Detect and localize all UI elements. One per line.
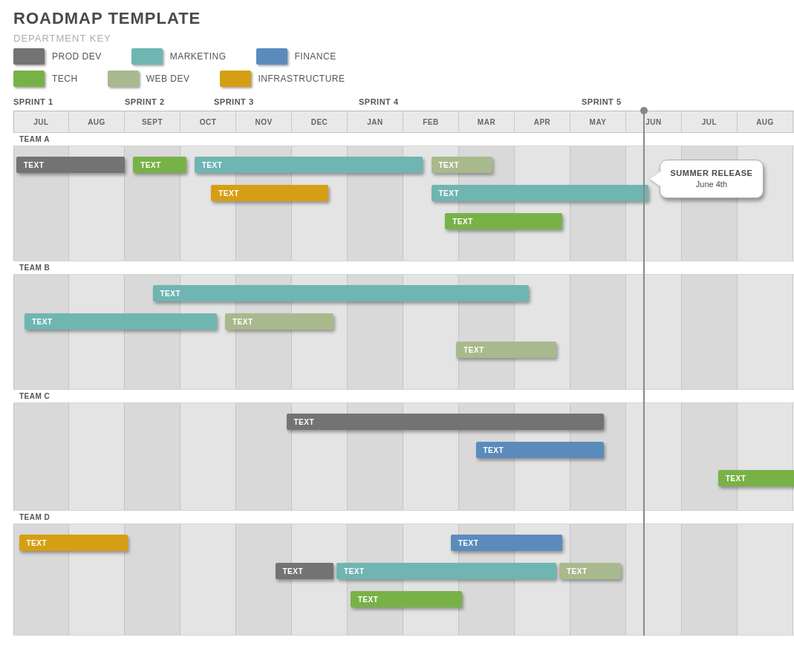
month-cell: AUG — [738, 111, 793, 132]
month-cell: AUG — [69, 111, 125, 132]
legend-swatch — [131, 48, 163, 65]
grid-column — [626, 403, 682, 510]
sprint-label: SPRINT 4 — [359, 97, 399, 106]
grid-column — [292, 524, 348, 635]
month-cell: SEPT — [125, 111, 180, 132]
legend-swatch — [13, 48, 45, 65]
grid-column — [348, 524, 403, 635]
legend-label: MARKETING — [170, 51, 227, 62]
grid-column — [69, 275, 125, 389]
sprint-labels: SPRINT 1SPRINT 2SPRINT 3SPRINT 4SPRINT 5 — [13, 97, 794, 111]
grid-column — [236, 403, 292, 510]
task-bar[interactable]: TEXT — [287, 414, 605, 430]
grid-column — [570, 524, 626, 635]
task-bar[interactable]: TEXT — [432, 157, 493, 173]
month-cell: JAN — [348, 111, 403, 132]
legend-item: TECH — [13, 71, 78, 87]
legend-swatch — [256, 48, 287, 65]
legend-label: FINANCE — [295, 51, 336, 62]
month-cell: NOV — [236, 111, 292, 132]
release-callout: SUMMER RELEASE June 4th — [660, 160, 764, 198]
legend-item: MARKETING — [131, 48, 227, 65]
grid-column — [738, 403, 793, 510]
grid-column — [236, 524, 292, 635]
teams-container: TEAM ATEXTTEXTTEXTTEXTTEXTTEXTTEXTTEAM B… — [13, 133, 794, 636]
team-label: TEAM B — [13, 261, 794, 275]
legend-row: PROD DEVMARKETINGFINANCE — [13, 48, 794, 65]
month-cell: MAR — [459, 111, 515, 132]
task-bar[interactable]: TEXT — [25, 313, 217, 330]
grid-column — [738, 275, 793, 389]
month-cell: DEC — [292, 111, 348, 132]
month-cell: JUL — [682, 111, 738, 132]
month-cell: FEB — [403, 111, 459, 132]
legend-swatch — [108, 71, 139, 87]
month-cell: OCT — [180, 111, 236, 132]
grid-column — [180, 403, 236, 510]
months-header: JULAUGSEPTOCTNOVDECJANFEBMARAPRMAYJUNJUL… — [13, 111, 794, 133]
team-label: TEAM C — [13, 390, 794, 403]
month-cell: JUL — [13, 111, 69, 132]
legend-item: WEB DEV — [108, 71, 190, 87]
page-title: ROADMAP TEMPLATE — [13, 9, 794, 28]
legend-label: PROD DEV — [52, 51, 102, 62]
grid-column — [125, 524, 180, 635]
task-bar[interactable]: TEXT — [718, 470, 794, 486]
sprint-label: SPRINT 1 — [13, 97, 53, 106]
sprint-label: SPRINT 3 — [214, 97, 254, 106]
team-label: TEAM A — [13, 133, 794, 146]
task-bar[interactable]: TEXT — [559, 563, 621, 579]
task-bar[interactable]: TEXT — [451, 535, 562, 551]
task-bar[interactable]: TEXT — [432, 185, 649, 201]
legend-label: WEB DEV — [146, 74, 190, 84]
task-bar[interactable]: TEXT — [133, 157, 186, 173]
legend-item: FINANCE — [256, 48, 336, 65]
task-bar[interactable]: TEXT — [445, 213, 562, 229]
legend-label: TECH — [52, 74, 78, 84]
grid-column — [69, 403, 125, 510]
grid-column — [682, 403, 738, 510]
task-bar[interactable]: TEXT — [276, 563, 334, 579]
sprint-label: SPRINT 2 — [125, 97, 165, 106]
legend-label: INFRASTRUCTURE — [258, 74, 345, 84]
grid-column — [125, 403, 180, 510]
task-bar[interactable]: TEXT — [211, 185, 328, 201]
legend-swatch — [13, 71, 45, 87]
grid-column — [682, 524, 738, 635]
task-bar[interactable]: TEXT — [153, 285, 529, 301]
grid-column — [682, 275, 738, 389]
team-label: TEAM D — [13, 511, 794, 524]
task-bar[interactable]: TEXT — [225, 313, 333, 330]
team-zone: TEXTTEXTTEXTTEXT — [13, 275, 794, 390]
month-cell: MAY — [570, 111, 626, 132]
team-zone: TEXTTEXTTEXTTEXTTEXTTEXT — [13, 524, 794, 636]
legend-swatch — [220, 71, 251, 87]
legend-row: TECHWEB DEVINFRASTRUCTURE — [13, 71, 794, 87]
grid-column — [13, 403, 69, 510]
grid-column — [180, 524, 236, 635]
legend: PROD DEVMARKETINGFINANCE TECHWEB DEVINFR… — [13, 48, 794, 87]
task-bar[interactable]: TEXT — [456, 342, 556, 358]
grid-column — [738, 524, 793, 635]
month-cell: APR — [515, 111, 570, 132]
task-bar[interactable]: TEXT — [476, 442, 605, 458]
callout-subtitle: June 4th — [671, 179, 753, 190]
team-zone: TEXTTEXTTEXT — [13, 403, 794, 511]
task-bar[interactable]: TEXT — [16, 157, 125, 173]
grid-column — [515, 146, 570, 261]
grid-column — [570, 275, 626, 389]
grid-column — [13, 275, 69, 389]
task-bar[interactable]: TEXT — [19, 535, 128, 551]
task-bar[interactable]: TEXT — [351, 591, 462, 607]
grid-column — [570, 146, 626, 261]
legend-item: PROD DEV — [13, 48, 102, 65]
grid-column — [626, 524, 682, 635]
task-bar[interactable]: TEXT — [336, 563, 556, 579]
legend-item: INFRASTRUCTURE — [220, 71, 345, 87]
callout-title: SUMMER RELEASE — [671, 168, 753, 179]
task-bar[interactable]: TEXT — [195, 157, 423, 173]
roadmap-chart: SPRINT 1SPRINT 2SPRINT 3SPRINT 4SPRINT 5… — [13, 97, 794, 636]
sprint-label: SPRINT 5 — [582, 97, 622, 106]
month-cell: JUN — [626, 111, 682, 132]
grid-column — [626, 275, 682, 389]
